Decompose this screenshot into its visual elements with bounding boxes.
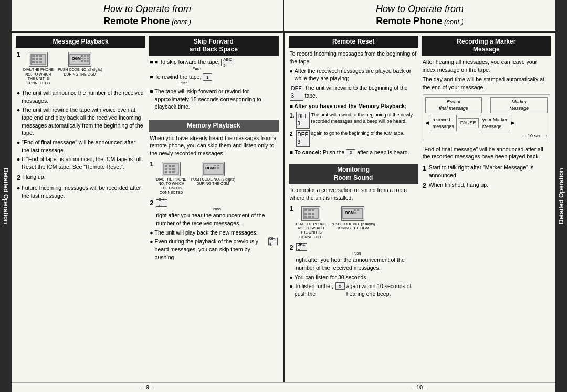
phone-ogm-icon: OGM (68, 52, 91, 67)
svg-rect-30 (172, 171, 175, 173)
memory-playback-header: Memory Playback (149, 120, 278, 132)
svg-rect-13 (84, 55, 86, 57)
msg-bullet-3: "End of final message" will be announced… (17, 139, 144, 154)
mem-phone1: DIAL THE PHONENO. TO WHICHTHE UNIT ISCON… (156, 162, 186, 195)
remote-step1a: DEF3 The unit will rewind to the beginni… (290, 84, 417, 101)
skip-item-1: ■ To skip forward the tape; ABC2 Push (150, 58, 277, 71)
remote-bullet1: After the received messages are played b… (290, 67, 417, 82)
phone-dial-icon (29, 52, 48, 67)
right-header-line1: How to Operate from (376, 4, 464, 14)
memory-step1: 1 (150, 160, 277, 197)
right-header-line2-bold: Remote Phone (376, 16, 442, 26)
remote-step2-row: 2 DEF3 again to go to the beginning of t… (290, 130, 417, 147)
svg-text:OGM: OGM (345, 211, 354, 215)
svg-rect-43 (312, 213, 314, 215)
svg-rect-1 (32, 55, 35, 57)
svg-rect-33 (214, 165, 216, 166)
svg-rect-44 (304, 216, 307, 218)
svg-rect-24 (172, 165, 175, 167)
svg-rect-12 (81, 55, 83, 57)
monitor-step2: 2 JKL5 Push right after you hear the ann… (290, 243, 417, 271)
svg-rect-38 (304, 209, 307, 211)
msg-bullet-4: If "End of tape" is announced, the ICM t… (17, 155, 144, 171)
mon-phone2-label: PUSH CODE NO. (2 digits)DURING THE OGM (330, 222, 375, 231)
svg-rect-50 (357, 209, 359, 211)
marker-step2: 2 When finished, hang up. (423, 181, 550, 190)
mon-phone1: DIAL THE PHONENO. TO WHICHTHE UNIT ISCON… (296, 206, 327, 240)
monitor-bullet1: You can listen for 30 seconds. (290, 273, 417, 281)
svg-rect-28 (165, 171, 167, 173)
phone-dial-box: DIAL THE PHONENO. TO WHICHTHE UNIT ISCON… (23, 52, 54, 86)
marker-line2: The day and time will be stamped automat… (423, 76, 550, 91)
mon-phone1-label: DIAL THE PHONENO. TO WHICHTHE UNIT ISCON… (296, 222, 327, 240)
ten-sec-label: ← 10 sec → (425, 133, 548, 140)
page-numbers: – 9 – – 10 – (12, 382, 555, 392)
remote-intro: To record Incoming messages from the beg… (290, 50, 417, 65)
monitoring-header: MonitoringRoom Sound (289, 164, 418, 184)
svg-rect-18 (81, 60, 83, 62)
svg-rect-5 (36, 58, 38, 60)
monitor-intro: To monitor a conversation or sound from … (290, 186, 417, 202)
svg-rect-45 (308, 216, 311, 218)
svg-rect-19 (84, 60, 86, 62)
marker-step1: 1 Start to talk right after "Marker Mess… (423, 164, 550, 179)
left-side-tab: Detailed Operation (0, 0, 12, 392)
mon-phone1-icon (301, 206, 320, 221)
svg-rect-2 (36, 55, 38, 57)
phone-ogm-label: PUSH CODE NO. (2 digits)DURING THE OGM (58, 68, 102, 77)
mem-phone2-icon: OGM (202, 162, 225, 176)
svg-rect-20 (87, 60, 89, 62)
svg-rect-9 (39, 61, 42, 63)
after-memory-label: ■ After you have used the Memory Playbac… (290, 102, 417, 110)
mem-bullet1: The unit will play back the new messages… (150, 229, 277, 237)
mem-phone2: OGM PUSH CODE NO. (2 digits)DURING T (191, 162, 235, 186)
phone-dial-label: DIAL THE PHONENO. TO WHICHTHE UNIT ISCON… (23, 68, 54, 86)
svg-rect-39 (308, 209, 311, 211)
remote-cancel: ■ To cancel: Push the 2 after a beep is … (290, 149, 417, 156)
svg-rect-49 (354, 209, 356, 211)
received-box: receivedmessages (430, 115, 457, 131)
remote-monitor-col: Remote Reset To record Incoming messages… (289, 36, 418, 379)
memory-step2: 2 GHI4 Push right after you hear the ann… (150, 198, 277, 227)
skip-memory-col: Skip Forwardand Back Space ■ To skip for… (149, 36, 278, 379)
svg-rect-23 (169, 165, 171, 167)
svg-rect-42 (308, 213, 311, 215)
pause-box: PAUSE (458, 118, 479, 128)
msg-step2: 2 Hang up. (17, 173, 144, 183)
message-playback-col: Message Playback 1 (16, 36, 145, 379)
mem-bullet2: Even during the playback of the previous… (150, 238, 277, 261)
mon-phone2: OGM PUSH CODE NO. (2 digits)DURING THE O… (330, 206, 375, 231)
page-num-right: – 10 – (284, 383, 555, 392)
svg-rect-29 (169, 171, 171, 173)
left-page: Message Playback 1 (12, 33, 283, 382)
right-page: Remote Reset To record Incoming messages… (285, 33, 556, 382)
marker-col: Recording a MarkerMessage After hearing … (422, 36, 551, 379)
svg-rect-17 (87, 58, 89, 59)
left-header-cont: (cont.) (170, 18, 191, 26)
monitor-step1: 1 (290, 204, 417, 242)
left-page-header: How to Operate from Remote Phone (cont.) (12, 0, 283, 33)
marker-diagram: End offinal message MarkerMessage ◀ rece… (423, 94, 550, 142)
phone-ogm-box: OGM (58, 52, 102, 77)
svg-rect-26 (169, 168, 171, 170)
end-of-final-box: End offinal message (425, 97, 482, 113)
svg-rect-35 (214, 167, 216, 169)
mem-phone2-label: PUSH CODE NO. (2 digits)DURING THE OGM (191, 177, 235, 186)
your-marker-box: your MarkerMessage (480, 115, 510, 131)
skip-forward-header: Skip Forwardand Back Space (149, 36, 278, 56)
svg-rect-34 (217, 165, 219, 166)
svg-rect-40 (312, 209, 314, 211)
mem-phone1-label: DIAL THE PHONENO. TO WHICHTHE UNIT ISCON… (156, 177, 186, 195)
remote-reset-header: Remote Reset (289, 36, 418, 48)
left-header-line1: How to Operate from (103, 4, 191, 14)
svg-text:OGM: OGM (72, 57, 81, 60)
page-num-left: – 9 – (12, 383, 284, 392)
svg-rect-4 (32, 58, 35, 60)
msg-bullet-1: The unit will announce the number of the… (17, 89, 144, 104)
marker-header: Recording a MarkerMessage (422, 36, 551, 56)
svg-rect-8 (36, 61, 38, 63)
message-playback-header: Message Playback (16, 36, 145, 48)
remote-step1b-row: 1. DEF3 The unit will rewind to the begi… (290, 112, 417, 129)
svg-rect-7 (32, 61, 35, 63)
svg-text:OGM: OGM (205, 166, 214, 170)
